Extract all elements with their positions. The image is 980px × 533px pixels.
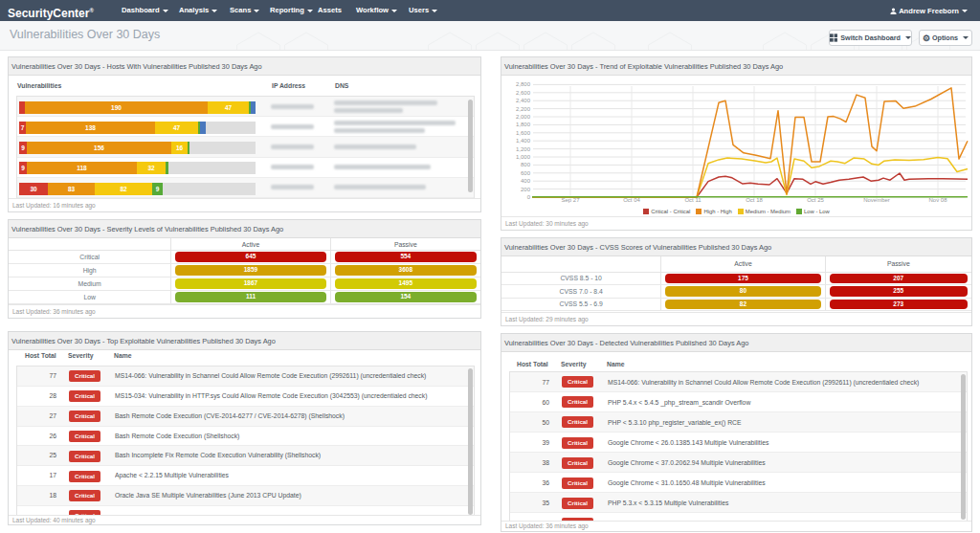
svg-text:Oct 18: Oct 18 [746, 197, 763, 203]
svg-text:Oct 11: Oct 11 [684, 197, 702, 203]
svg-text:800: 800 [521, 162, 531, 167]
svg-text:400: 400 [521, 178, 531, 184]
svg-text:200: 200 [521, 187, 531, 192]
svg-text:Oct 25: Oct 25 [807, 197, 824, 203]
svg-text:2,600: 2,600 [516, 90, 531, 96]
svg-text:1,400: 1,400 [516, 138, 531, 144]
svg-text:2,200: 2,200 [516, 106, 531, 112]
svg-text:1,000: 1,000 [516, 154, 531, 160]
svg-text:1,600: 1,600 [516, 130, 531, 136]
svg-text:2,000: 2,000 [516, 114, 531, 120]
svg-text:Oct 04: Oct 04 [623, 197, 640, 203]
svg-text:Nov 08: Nov 08 [928, 197, 947, 203]
svg-text:Sep 27: Sep 27 [561, 197, 580, 203]
svg-text:1,800: 1,800 [516, 122, 531, 127]
svg-text:2,400: 2,400 [516, 98, 531, 103]
svg-text:1,200: 1,200 [516, 146, 531, 152]
svg-text:600: 600 [521, 170, 531, 176]
svg-text:November: November [863, 197, 890, 203]
svg-text:0: 0 [527, 194, 531, 200]
svg-text:2,800: 2,800 [516, 81, 531, 87]
